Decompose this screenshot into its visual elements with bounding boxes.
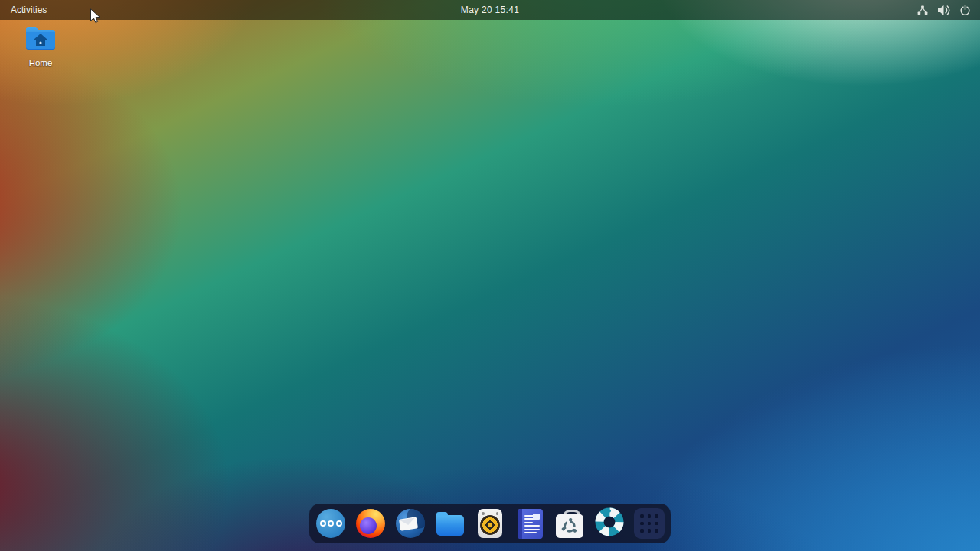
dock [309,504,671,543]
top-bar: Activities May 20 15:41 [0,0,980,20]
show-apps-grid-icon [634,508,665,539]
desktop-wallpaper [0,0,980,551]
dock-item-help[interactable] [594,508,625,539]
dock-item-thunderbird[interactable] [395,508,426,539]
desktop-shortcut-home[interactable]: Home [11,24,70,67]
clock-calendar-button[interactable]: May 20 15:41 [461,0,519,20]
dock-item-show-apps[interactable] [634,508,665,539]
libreoffice-writer-icon [518,509,543,539]
dock-item-ubuntu-software[interactable] [554,508,585,539]
ubuntu-software-icon [556,509,583,538]
volume-icon [937,5,951,16]
home-folder-icon [24,24,57,54]
dock-item-rhythmbox[interactable] [475,508,505,539]
shortcut-label: Home [29,58,53,67]
files-folder-icon [436,515,464,536]
dock-item-libreoffice-writer[interactable] [514,508,545,539]
activities-button[interactable]: Activities [0,0,57,20]
dock-item-files[interactable] [435,508,466,539]
help-lifebuoy-icon [594,507,625,540]
thunderbird-icon [396,509,425,538]
dock-item-three-dots-app[interactable] [315,508,346,539]
rhythmbox-icon [478,509,502,538]
firefox-icon [356,509,385,538]
dock-item-firefox[interactable] [355,508,386,539]
three-dots-app-icon [316,509,345,538]
power-icon [959,5,971,16]
network-icon [916,5,929,16]
system-tray[interactable] [907,0,980,20]
